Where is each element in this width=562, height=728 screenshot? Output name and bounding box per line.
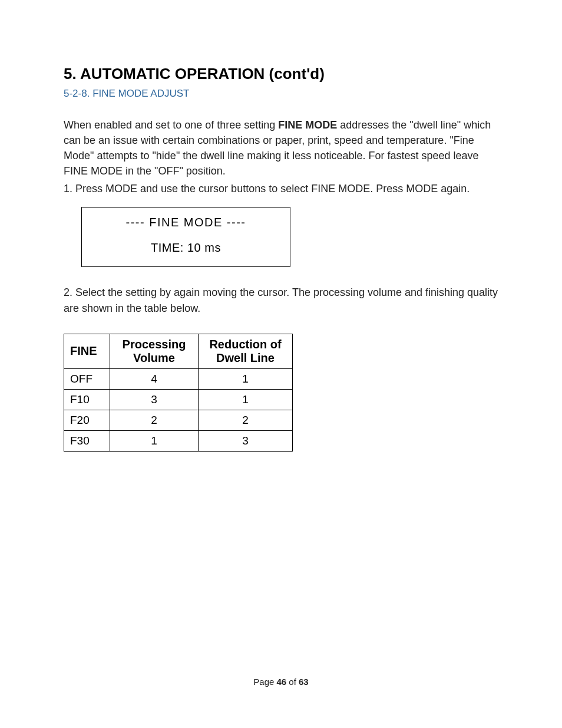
lcd-line-2: TIME: 10 ms — [82, 241, 290, 255]
cell-label: OFF — [64, 368, 110, 389]
step-2: 2. Select the setting by again moving th… — [64, 285, 503, 315]
table-header-row: FINE Processing Volume Reduction of Dwel… — [64, 334, 293, 368]
cell-vol: 2 — [110, 410, 199, 430]
table-row: F30 1 3 — [64, 430, 293, 451]
page-footer: Page 46 of 63 — [0, 677, 562, 687]
para1-pre: When enabled and set to one of three set… — [64, 119, 278, 131]
subsection-heading: 5-2-8. FINE MODE ADJUST — [64, 88, 503, 100]
cell-red: 2 — [199, 410, 293, 430]
cell-red: 3 — [199, 430, 293, 451]
cell-red: 1 — [199, 389, 293, 410]
table-row: OFF 4 1 — [64, 368, 293, 389]
cell-label: F10 — [64, 389, 110, 410]
cell-vol: 4 — [110, 368, 199, 389]
footer-total-pages: 63 — [299, 677, 309, 687]
cell-label: F20 — [64, 410, 110, 430]
footer-pre: Page — [253, 677, 276, 687]
table-row: F10 3 1 — [64, 389, 293, 410]
section-heading: 5. AUTOMATIC OPERATION (cont'd) — [64, 65, 503, 83]
paragraph-intro: When enabled and set to one of three set… — [64, 117, 503, 179]
para1-bold: FINE MODE — [278, 119, 337, 131]
th-fine: FINE — [64, 334, 110, 368]
footer-mid: of — [286, 677, 299, 687]
fine-mode-table: FINE Processing Volume Reduction of Dwel… — [64, 334, 293, 452]
footer-current-page: 46 — [276, 677, 286, 687]
th-reduction-dwell: Reduction of Dwell Line — [199, 334, 293, 368]
cell-label: F30 — [64, 430, 110, 451]
lcd-line-1: ---- FINE MODE ---- — [82, 216, 290, 229]
table-row: F20 2 2 — [64, 410, 293, 430]
th-processing-volume: Processing Volume — [110, 334, 199, 368]
cell-vol: 1 — [110, 430, 199, 451]
cell-vol: 3 — [110, 389, 199, 410]
cell-red: 1 — [199, 368, 293, 389]
lcd-display-box: ---- FINE MODE ---- TIME: 10 ms — [81, 207, 290, 267]
step-1: 1. Press MODE and use the cursor buttons… — [64, 181, 503, 196]
